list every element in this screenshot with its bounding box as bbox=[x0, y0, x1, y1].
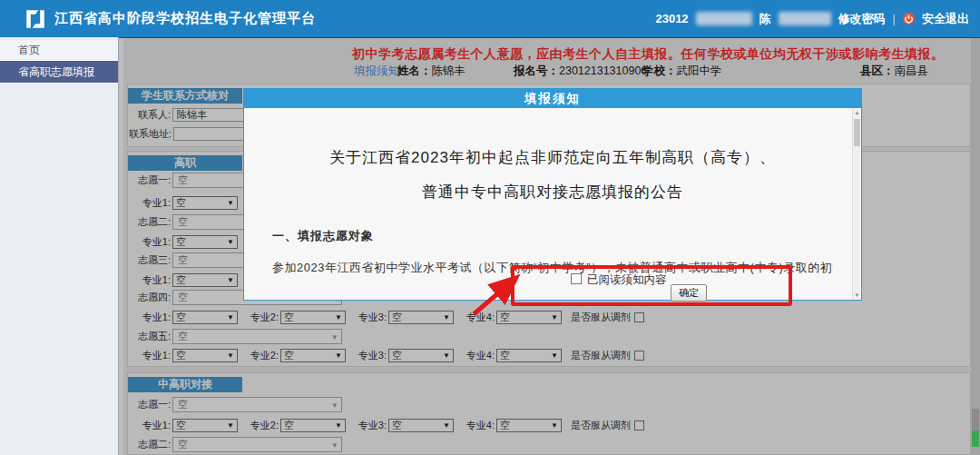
scroll-down-icon[interactable]: ▼ bbox=[853, 292, 861, 299]
redacted-user-id bbox=[696, 12, 752, 25]
app-window: 江西省高中阶段学校招生电子化管理平台 23012 陈 修改密码 | 安全退出 首… bbox=[0, 0, 980, 455]
modal-title-bar[interactable]: 填报须知 bbox=[244, 89, 861, 108]
platform-logo-icon bbox=[24, 7, 47, 31]
announcement-heading-line1: 关于江西省2023年初中起点非师范定向五年制高职（高专）、 bbox=[244, 147, 861, 168]
modal-section-title: 一、填报志愿对象 bbox=[272, 228, 374, 244]
header-divider: | bbox=[893, 12, 896, 25]
app-header: 江西省高中阶段学校招生电子化管理平台 23012 陈 修改密码 | 安全退出 bbox=[0, 0, 980, 38]
sidebar-item-home[interactable]: 首页 bbox=[0, 40, 118, 61]
sidebar-item-volunteer-filling[interactable]: 省高职志愿填报 bbox=[0, 61, 118, 84]
notice-modal: 填报须知 关于江西省2023年初中起点非师范定向五年制高职（高专）、 普通中专中… bbox=[243, 88, 862, 301]
scroll-up-icon[interactable]: ▲ bbox=[853, 109, 861, 116]
header-user-area: 23012 陈 修改密码 | 安全退出 bbox=[655, 0, 969, 37]
modal-scrollbar-track[interactable]: ▲ ▼ bbox=[852, 108, 860, 300]
read-notice-checkbox-label: 已阅读须知内容 bbox=[587, 272, 667, 288]
logout-link[interactable]: 安全退出 bbox=[922, 11, 969, 27]
modal-scrollbar-thumb[interactable] bbox=[854, 119, 860, 146]
change-password-link[interactable]: 修改密码 bbox=[838, 11, 886, 27]
redacted-user-name bbox=[779, 12, 831, 25]
user-code: 23012 bbox=[655, 12, 688, 25]
logout-power-icon bbox=[903, 13, 915, 25]
user-surname: 陈 bbox=[760, 11, 771, 27]
confirm-button[interactable]: 确定 bbox=[671, 284, 707, 302]
read-notice-checkbox[interactable] bbox=[571, 273, 582, 284]
modal-body-text: 参加2023年江西省初中学业水平考试（以下简称“初中学考”），未被普通高中或职业… bbox=[272, 260, 833, 276]
announcement-heading-line2: 普通中专中高职对接志愿填报的公告 bbox=[244, 182, 861, 203]
sidebar: 首页 省高职志愿填报 bbox=[0, 37, 119, 455]
app-title: 江西省高中阶段学校招生电子化管理平台 bbox=[54, 10, 316, 27]
